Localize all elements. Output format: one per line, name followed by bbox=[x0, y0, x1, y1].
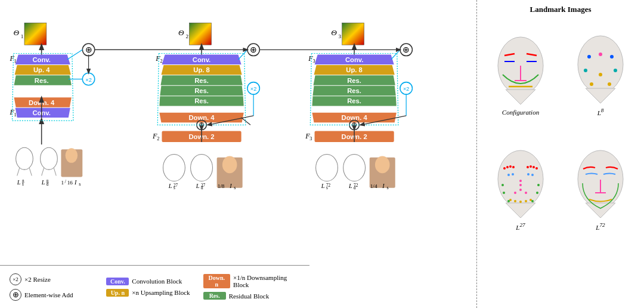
svg-text:1: 1 bbox=[14, 58, 17, 64]
svg-marker-138 bbox=[12, 53, 73, 121]
svg-point-82 bbox=[191, 155, 213, 181]
svg-point-185 bbox=[519, 201, 522, 203]
add-icon: ⊕ bbox=[10, 289, 21, 301]
svg-text:Conv.: Conv. bbox=[193, 56, 210, 63]
svg-point-179 bbox=[519, 184, 522, 186]
svg-text:1: 1 bbox=[21, 33, 24, 39]
svg-point-182 bbox=[525, 192, 527, 194]
svg-point-174 bbox=[507, 174, 510, 176]
svg-point-110 bbox=[400, 82, 412, 94]
legend-resize: ×2 ×2 Resize bbox=[10, 273, 106, 285]
svg-text:s: s bbox=[174, 186, 175, 190]
svg-point-175 bbox=[512, 173, 514, 175]
svg-text:3: 3 bbox=[312, 58, 315, 64]
config-face-svg bbox=[488, 33, 553, 107]
svg-line-78 bbox=[242, 118, 250, 125]
svg-line-29 bbox=[67, 50, 83, 59]
up-label: ×n Upsampling Block bbox=[132, 289, 190, 296]
svg-line-77 bbox=[239, 50, 247, 59]
svg-text:Conv.: Conv. bbox=[345, 56, 363, 63]
svg-marker-13 bbox=[14, 75, 72, 85]
landmark-l8: L8 bbox=[562, 18, 639, 130]
l72-label: L72 bbox=[596, 222, 605, 231]
svg-text:Down. 4: Down. 4 bbox=[188, 114, 215, 121]
diagram-area: Θ 1 Θ 2 Θ 3 Conv. Up. 4 Res. F 1 Down. bbox=[0, 0, 477, 308]
svg-text:Conv.: Conv. bbox=[32, 56, 50, 63]
svg-marker-64 bbox=[159, 113, 243, 122]
svg-text:Down. 2: Down. 2 bbox=[342, 133, 367, 140]
svg-text:L: L bbox=[168, 183, 172, 189]
legend-up: Up. n ×n Upsampling Block bbox=[106, 289, 203, 297]
svg-text:Conv.: Conv. bbox=[32, 109, 50, 116]
svg-point-158 bbox=[599, 53, 602, 56]
up-box: Up. n bbox=[106, 289, 129, 297]
diagram-svg: Θ 1 Θ 2 Θ 3 Conv. Up. 4 Res. F 1 Down. bbox=[0, 0, 476, 308]
svg-point-170 bbox=[527, 166, 529, 168]
svg-point-171 bbox=[530, 165, 532, 168]
l27-face-svg bbox=[488, 146, 553, 221]
svg-marker-140 bbox=[310, 53, 398, 125]
svg-point-81 bbox=[163, 155, 185, 181]
main-container: Θ 1 Θ 2 Θ 3 Conv. Up. 4 Res. F 1 Down. bbox=[0, 0, 644, 308]
svg-marker-102 bbox=[312, 96, 396, 106]
landmark-grid: Configuration L8 bbox=[482, 18, 639, 245]
down-label: ×1/n Downsampling Block bbox=[233, 274, 300, 288]
svg-point-172 bbox=[532, 166, 535, 168]
svg-point-190 bbox=[507, 200, 510, 202]
svg-marker-96 bbox=[314, 65, 395, 75]
svg-marker-106 bbox=[312, 113, 396, 122]
svg-text:⊕: ⊕ bbox=[250, 45, 257, 54]
svg-point-160 bbox=[590, 82, 593, 86]
svg-point-173 bbox=[535, 167, 538, 170]
svg-rect-39 bbox=[61, 149, 82, 177]
svg-text:3: 3 bbox=[338, 33, 341, 39]
svg-point-186 bbox=[525, 200, 527, 202]
svg-text:d: d bbox=[201, 186, 203, 190]
svg-point-180 bbox=[519, 189, 522, 191]
conv-box: Conv. bbox=[106, 278, 129, 285]
l72-face-svg bbox=[568, 146, 633, 221]
svg-point-178 bbox=[519, 180, 522, 182]
svg-point-194 bbox=[578, 150, 623, 208]
landmark-title: Landmark Images bbox=[482, 5, 639, 14]
svg-point-176 bbox=[527, 173, 530, 175]
svg-point-189 bbox=[503, 192, 505, 194]
svg-text:1: 1 bbox=[14, 112, 17, 118]
svg-point-157 bbox=[610, 55, 614, 58]
svg-text:2: 2 bbox=[157, 136, 159, 141]
svg-text:Res.: Res. bbox=[347, 87, 361, 94]
svg-text:I: I bbox=[382, 183, 385, 189]
svg-text:Up. 8: Up. 8 bbox=[346, 66, 363, 73]
landmark-config: Configuration bbox=[482, 18, 559, 130]
svg-point-116 bbox=[349, 120, 359, 130]
svg-point-123 bbox=[343, 155, 366, 181]
svg-point-68 bbox=[247, 82, 259, 94]
svg-point-169 bbox=[512, 166, 515, 168]
svg-text:Up. 8: Up. 8 bbox=[193, 66, 210, 73]
svg-point-193 bbox=[531, 200, 534, 202]
svg-point-108 bbox=[400, 44, 412, 56]
svg-text:F: F bbox=[9, 54, 14, 63]
svg-text:Res.: Res. bbox=[347, 97, 361, 104]
res-label: Residual Block bbox=[229, 292, 270, 300]
svg-point-154 bbox=[578, 36, 623, 93]
svg-text:s: s bbox=[386, 185, 388, 190]
svg-marker-100 bbox=[312, 86, 395, 96]
svg-line-38 bbox=[54, 168, 56, 175]
svg-text:8: 8 bbox=[22, 180, 24, 184]
svg-marker-195 bbox=[586, 203, 615, 218]
conv-label: Convolution Block bbox=[132, 278, 182, 285]
svg-point-66 bbox=[247, 44, 259, 56]
svg-text:Res.: Res. bbox=[347, 77, 361, 84]
resize-label: ×2 Resize bbox=[24, 276, 51, 283]
svg-point-166 bbox=[503, 167, 506, 170]
svg-marker-56 bbox=[160, 75, 242, 85]
svg-point-25 bbox=[82, 44, 94, 56]
l27-label: L27 bbox=[516, 222, 525, 231]
svg-text:Res.: Res. bbox=[194, 77, 209, 84]
svg-point-167 bbox=[506, 166, 509, 168]
svg-marker-94 bbox=[315, 55, 394, 64]
svg-text:1: 1 bbox=[61, 180, 64, 186]
svg-line-35 bbox=[29, 168, 32, 175]
svg-text:Res.: Res. bbox=[194, 87, 209, 94]
